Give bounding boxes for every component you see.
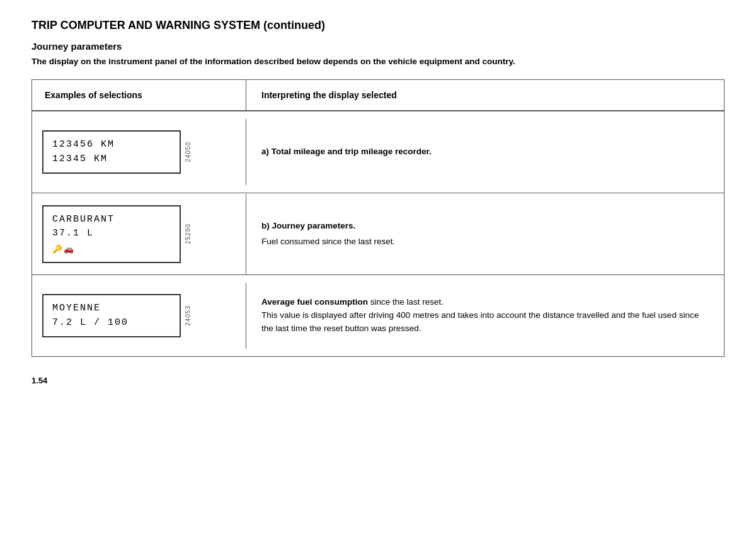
table-row-a: 123456 KM 12345 KM 24050 a) Total mileag… (32, 111, 724, 193)
table-row-b: CARBURANT 37.1 L 🔑🚗 25290 b) Journey par… (32, 193, 724, 274)
main-table: Examples of selections Interpreting the … (32, 79, 724, 357)
section-description: The display on the instrument panel of t… (32, 55, 724, 68)
side-number-b: 25290 (185, 223, 192, 244)
page-title: TRIP COMPUTER AND WARNING SYSTEM (contin… (32, 19, 724, 32)
description-body-c-intro: since the last reset. (370, 297, 444, 307)
display-line2-a: 12345 KM (52, 152, 171, 167)
header-col-left: Examples of selections (32, 80, 246, 110)
description-body-b: Fuel consumed since the last reset. (261, 235, 709, 249)
description-body-c: This value is displayed after driving 40… (261, 309, 709, 336)
page-number: 1.54 (32, 376, 724, 385)
display-box-a: 123456 KM 12345 KM (42, 130, 181, 174)
side-number-c: 24053 (185, 305, 192, 326)
description-cell-b: b) Journey parameters. Fuel consumed sin… (246, 208, 724, 260)
display-cell-a: 123456 KM 12345 KM 24050 (32, 119, 246, 185)
display-box-b: CARBURANT 37.1 L 🔑🚗 (42, 205, 181, 264)
description-label-a: a) Total mileage and trip mileage record… (261, 147, 432, 156)
display-line2-b: 37.1 L (52, 227, 171, 241)
display-line1-b: CARBURANT (52, 213, 171, 227)
header-col-right: Interpreting the display selected (246, 80, 724, 110)
description-label-c: Average fuel consumption (261, 297, 368, 307)
description-label-b: b) Journey parameters. (261, 221, 355, 230)
side-number-a: 24050 (185, 142, 192, 162)
display-icon-b: 🔑🚗 (52, 244, 171, 256)
display-line1-c: MOYENNE (52, 302, 171, 316)
section-heading: Journey parameters (32, 41, 724, 52)
display-box-c: MOYENNE 7.2 L / 100 (42, 294, 181, 337)
display-line2-c: 7.2 L / 100 (52, 316, 171, 330)
description-cell-c: Average fuel consumption since the last … (246, 285, 724, 347)
description-cell-a: a) Total mileage and trip mileage record… (246, 134, 724, 170)
display-line1-a: 123456 KM (52, 138, 171, 152)
display-cell-c: MOYENNE 7.2 L / 100 24053 (32, 283, 246, 349)
display-cell-b: CARBURANT 37.1 L 🔑🚗 25290 (32, 194, 246, 275)
table-row-c: MOYENNE 7.2 L / 100 24053 Average fuel c… (32, 274, 724, 356)
table-header-row: Examples of selections Interpreting the … (32, 80, 724, 111)
